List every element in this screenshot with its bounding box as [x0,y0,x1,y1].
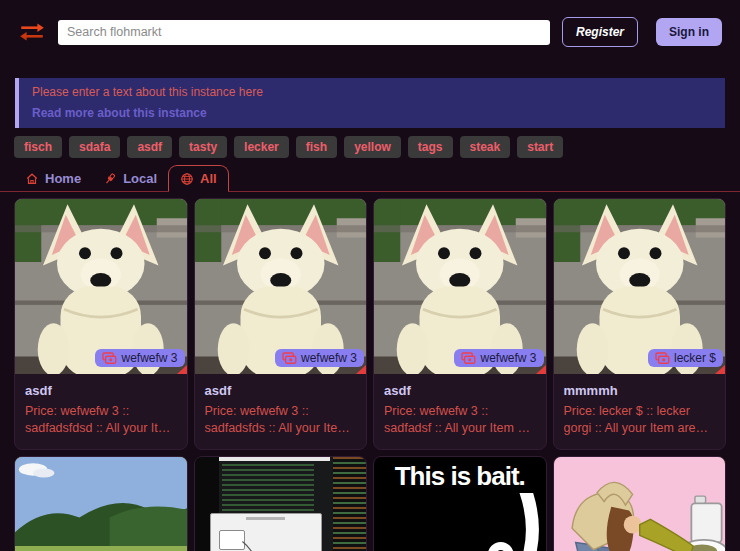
item-card[interactable]: wefwefw 3 asdf Price: wefwefw 3 :: sadfa… [14,198,188,450]
tag-chip[interactable]: tasty [179,136,227,158]
price-badge-label: lecker $ [674,351,716,365]
swap-arrows-icon[interactable] [18,22,46,42]
cash-icon [102,352,117,365]
festival-crowd-photo [15,457,187,551]
price-badge-label: wefwefw 3 [121,351,177,365]
tag-chip[interactable]: steak [460,136,511,158]
corner-ribbon-icon [536,365,546,374]
search-input[interactable] [58,20,550,45]
tag-chip[interactable]: lecker [234,136,289,158]
corner-ribbon-icon [356,365,366,374]
tag-chip[interactable]: fish [296,136,337,158]
item-price-text: Price: lecker $ :: lecker gorgi :: All y… [564,403,716,438]
tab-bar: Home Local All [0,164,740,192]
item-card[interactable]: wefwefw 3 asdf Price: wefwefw 3 :: sadfa… [373,198,547,450]
item-image-plush-dog: wefwefw 3 [374,199,546,374]
tab-home[interactable]: Home [14,166,92,191]
item-price-text: Price: wefwefw 3 :: sadfadsf :: All your… [384,403,536,438]
globe-icon [180,172,194,186]
pin-icon [103,172,117,186]
item-grid-row-1: wefwefw 3 asdf Price: wefwefw 3 :: sadfa… [14,198,726,450]
item-grid-row-2: This is bait. [14,456,726,551]
tag-chip[interactable]: start [517,136,563,158]
tab-local[interactable]: Local [92,166,168,191]
tag-chip[interactable]: fisch [14,136,62,158]
item-image-terminal [195,457,367,551]
tag-chip[interactable]: yellow [344,136,401,158]
read-more-link[interactable]: Read more about this instance [32,106,207,120]
item-image-festival [15,457,187,551]
price-badge[interactable]: wefwefw 3 [275,349,364,367]
plush-dog-photo [374,199,546,374]
meme-caption: This is bait. [374,461,546,492]
item-title: asdf [25,383,177,398]
home-icon [25,172,39,186]
plush-dog-photo [15,199,187,374]
item-card[interactable]: This is bait. [373,456,547,551]
item-card[interactable] [553,456,727,551]
item-card[interactable] [194,456,368,551]
cash-icon [655,352,670,365]
tab-label: Home [45,171,81,186]
vomit-cartoon [554,457,726,551]
header: Register Sign in [0,0,740,64]
corner-ribbon-icon [177,365,187,374]
item-image-vomit-cartoon [554,457,726,551]
item-title: asdf [384,383,536,398]
item-title: asdf [205,383,357,398]
plush-dog-photo [554,199,726,374]
item-price-text: Price: wefwefw 3 :: sadfadsfdsd :: All y… [25,403,177,438]
tab-label: Local [123,171,157,186]
plush-dog-photo [195,199,367,374]
price-badge[interactable]: lecker $ [648,349,723,367]
item-title: mmmmh [564,383,716,398]
dialog-wire [211,514,321,551]
tag-list: fisch sdafa asdf tasty lecker fish yello… [14,136,726,158]
item-image-plush-dog: wefwefw 3 [195,199,367,374]
tab-all[interactable]: All [168,165,229,192]
price-badge[interactable]: wefwefw 3 [95,349,184,367]
tab-label: All [200,171,217,186]
sign-in-button[interactable]: Sign in [656,18,722,46]
terminal-menubar [219,457,331,461]
item-card[interactable] [14,456,188,551]
cash-icon [282,352,297,365]
tag-chip[interactable]: tags [408,136,453,158]
terminal-dialog [210,513,322,551]
cash-icon [461,352,476,365]
item-image-bait-meme: This is bait. [374,457,546,551]
instance-banner: Please enter a text about this instance … [15,78,725,128]
item-price-text: Price: wefwefw 3 :: sadfadsfds :: All yo… [205,403,357,438]
item-card[interactable]: wefwefw 3 asdf Price: wefwefw 3 :: sadfa… [194,198,368,450]
fishing-hook-icon [374,493,546,551]
register-button[interactable]: Register [562,17,638,47]
tag-chip[interactable]: asdf [127,136,172,158]
item-image-plush-dog: lecker $ [554,199,726,374]
price-badge[interactable]: wefwefw 3 [454,349,543,367]
flohmarkt-page: Register Sign in Please enter a text abo… [0,0,740,551]
price-badge-label: wefwefw 3 [301,351,357,365]
terminal-right-pane [333,457,366,551]
item-image-plush-dog: wefwefw 3 [15,199,187,374]
tag-chip[interactable]: sdafa [69,136,120,158]
corner-ribbon-icon [715,365,725,374]
instance-message: Please enter a text about this instance … [32,85,712,99]
item-card[interactable]: lecker $ mmmmh Price: lecker $ :: lecker… [553,198,727,450]
price-badge-label: wefwefw 3 [480,351,536,365]
